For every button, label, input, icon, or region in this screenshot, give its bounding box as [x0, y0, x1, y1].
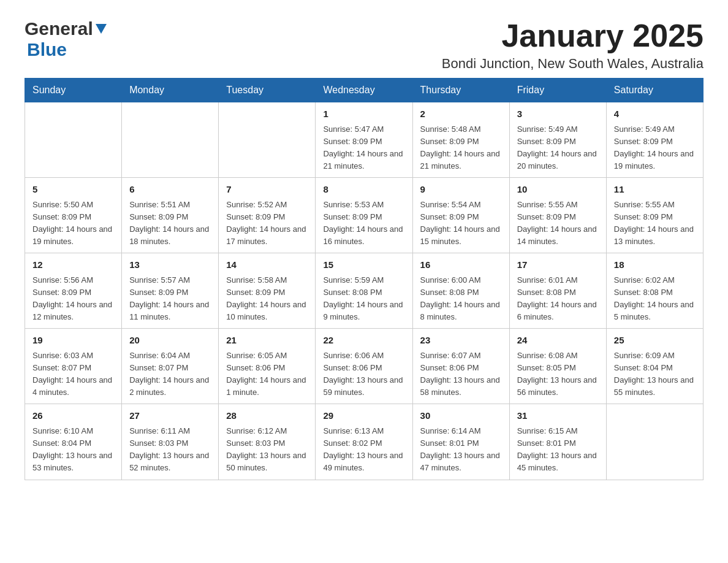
calendar-cell: 7Sunrise: 5:52 AM Sunset: 8:09 PM Daylig… — [219, 178, 316, 253]
calendar-cell: 30Sunrise: 6:14 AM Sunset: 8:01 PM Dayli… — [412, 404, 509, 480]
calendar-cell: 22Sunrise: 6:06 AM Sunset: 8:06 PM Dayli… — [316, 329, 412, 404]
day-info: Sunrise: 5:49 AM Sunset: 8:09 PM Dayligh… — [614, 123, 696, 173]
calendar-cell: 24Sunrise: 6:08 AM Sunset: 8:05 PM Dayli… — [509, 329, 606, 404]
day-info: Sunrise: 6:10 AM Sunset: 8:04 PM Dayligh… — [32, 425, 114, 475]
day-number: 28 — [226, 409, 308, 423]
calendar-cell: 17Sunrise: 6:01 AM Sunset: 8:08 PM Dayli… — [509, 253, 606, 329]
day-number: 20 — [129, 334, 211, 348]
day-number: 4 — [614, 107, 696, 121]
calendar-cell: 23Sunrise: 6:07 AM Sunset: 8:06 PM Dayli… — [412, 329, 509, 404]
day-info: Sunrise: 5:53 AM Sunset: 8:09 PM Dayligh… — [323, 199, 404, 248]
calendar-cell: 8Sunrise: 5:53 AM Sunset: 8:09 PM Daylig… — [316, 178, 412, 253]
calendar-cell: 2Sunrise: 5:48 AM Sunset: 8:09 PM Daylig… — [412, 102, 509, 178]
calendar-cell: 29Sunrise: 6:13 AM Sunset: 8:02 PM Dayli… — [316, 404, 412, 480]
day-number: 11 — [614, 183, 696, 197]
calendar-header-row: SundayMondayTuesdayWednesdayThursdayFrid… — [25, 79, 703, 102]
day-info: Sunrise: 6:13 AM Sunset: 8:02 PM Dayligh… — [323, 425, 404, 475]
column-header-tuesday: Tuesday — [219, 79, 316, 102]
day-info: Sunrise: 5:51 AM Sunset: 8:09 PM Dayligh… — [129, 199, 211, 248]
title-area: January 2025 Bondi Junction, New South W… — [442, 18, 703, 72]
column-header-thursday: Thursday — [412, 79, 509, 102]
calendar-cell: 27Sunrise: 6:11 AM Sunset: 8:03 PM Dayli… — [122, 404, 219, 480]
day-number: 17 — [517, 258, 599, 272]
day-number: 25 — [614, 334, 696, 348]
day-number: 16 — [420, 258, 502, 272]
calendar-week-row: 26Sunrise: 6:10 AM Sunset: 8:04 PM Dayli… — [25, 404, 703, 480]
calendar-cell: 3Sunrise: 5:49 AM Sunset: 8:09 PM Daylig… — [509, 102, 606, 178]
calendar-cell: 14Sunrise: 5:58 AM Sunset: 8:09 PM Dayli… — [219, 253, 316, 329]
day-number: 24 — [517, 334, 599, 348]
day-number: 3 — [517, 107, 599, 121]
day-info: Sunrise: 6:15 AM Sunset: 8:01 PM Dayligh… — [517, 425, 599, 475]
calendar-cell: 28Sunrise: 6:12 AM Sunset: 8:03 PM Dayli… — [219, 404, 316, 480]
calendar-cell — [606, 404, 703, 480]
page-header: General Blue January 2025 Bondi Junction… — [25, 18, 703, 72]
day-number: 1 — [323, 107, 404, 121]
calendar-week-row: 12Sunrise: 5:56 AM Sunset: 8:09 PM Dayli… — [25, 253, 703, 329]
calendar-week-row: 1Sunrise: 5:47 AM Sunset: 8:09 PM Daylig… — [25, 102, 703, 178]
calendar-cell: 21Sunrise: 6:05 AM Sunset: 8:06 PM Dayli… — [219, 329, 316, 404]
day-number: 14 — [226, 258, 308, 272]
logo-triangle-icon — [94, 21, 108, 35]
column-header-saturday: Saturday — [606, 79, 703, 102]
calendar-cell: 9Sunrise: 5:54 AM Sunset: 8:09 PM Daylig… — [412, 178, 509, 253]
calendar-cell: 16Sunrise: 6:00 AM Sunset: 8:08 PM Dayli… — [412, 253, 509, 329]
day-number: 8 — [323, 183, 404, 197]
day-number: 12 — [32, 258, 114, 272]
day-info: Sunrise: 6:12 AM Sunset: 8:03 PM Dayligh… — [226, 425, 308, 475]
day-info: Sunrise: 5:49 AM Sunset: 8:09 PM Dayligh… — [517, 123, 599, 173]
logo-blue-text: Blue — [27, 39, 67, 59]
day-info: Sunrise: 5:48 AM Sunset: 8:09 PM Dayligh… — [420, 123, 502, 173]
day-number: 9 — [420, 183, 502, 197]
day-number: 10 — [517, 183, 599, 197]
logo: General Blue — [25, 18, 108, 60]
column-header-wednesday: Wednesday — [316, 79, 412, 102]
calendar-cell: 19Sunrise: 6:03 AM Sunset: 8:07 PM Dayli… — [25, 329, 122, 404]
day-number: 27 — [129, 409, 211, 423]
day-number: 26 — [32, 409, 114, 423]
day-number: 22 — [323, 334, 404, 348]
day-info: Sunrise: 6:14 AM Sunset: 8:01 PM Dayligh… — [420, 425, 502, 475]
day-number: 13 — [129, 258, 211, 272]
svg-marker-0 — [96, 24, 107, 34]
day-info: Sunrise: 6:04 AM Sunset: 8:07 PM Dayligh… — [129, 350, 211, 399]
day-info: Sunrise: 5:47 AM Sunset: 8:09 PM Dayligh… — [323, 123, 404, 173]
calendar-week-row: 19Sunrise: 6:03 AM Sunset: 8:07 PM Dayli… — [25, 329, 703, 404]
calendar-cell — [25, 102, 122, 178]
calendar-cell: 26Sunrise: 6:10 AM Sunset: 8:04 PM Dayli… — [25, 404, 122, 480]
day-number: 21 — [226, 334, 308, 348]
day-info: Sunrise: 6:09 AM Sunset: 8:04 PM Dayligh… — [614, 350, 696, 399]
month-title: January 2025 — [442, 18, 703, 53]
day-info: Sunrise: 5:55 AM Sunset: 8:09 PM Dayligh… — [614, 199, 696, 248]
day-info: Sunrise: 6:08 AM Sunset: 8:05 PM Dayligh… — [517, 350, 599, 399]
day-info: Sunrise: 5:57 AM Sunset: 8:09 PM Dayligh… — [129, 274, 211, 324]
calendar-cell: 13Sunrise: 5:57 AM Sunset: 8:09 PM Dayli… — [122, 253, 219, 329]
day-info: Sunrise: 6:06 AM Sunset: 8:06 PM Dayligh… — [323, 350, 404, 399]
day-info: Sunrise: 6:07 AM Sunset: 8:06 PM Dayligh… — [420, 350, 502, 399]
day-info: Sunrise: 5:56 AM Sunset: 8:09 PM Dayligh… — [32, 274, 114, 324]
day-info: Sunrise: 5:54 AM Sunset: 8:09 PM Dayligh… — [420, 199, 502, 248]
day-number: 15 — [323, 258, 404, 272]
day-number: 29 — [323, 409, 404, 423]
column-header-sunday: Sunday — [25, 79, 122, 102]
day-info: Sunrise: 6:02 AM Sunset: 8:08 PM Dayligh… — [614, 274, 696, 324]
calendar-cell — [219, 102, 316, 178]
calendar-cell: 1Sunrise: 5:47 AM Sunset: 8:09 PM Daylig… — [316, 102, 412, 178]
calendar-cell: 10Sunrise: 5:55 AM Sunset: 8:09 PM Dayli… — [509, 178, 606, 253]
calendar-cell: 12Sunrise: 5:56 AM Sunset: 8:09 PM Dayli… — [25, 253, 122, 329]
day-info: Sunrise: 6:05 AM Sunset: 8:06 PM Dayligh… — [226, 350, 308, 399]
calendar-table: SundayMondayTuesdayWednesdayThursdayFrid… — [25, 78, 703, 480]
day-info: Sunrise: 6:00 AM Sunset: 8:08 PM Dayligh… — [420, 274, 502, 324]
day-number: 5 — [32, 183, 114, 197]
calendar-cell: 4Sunrise: 5:49 AM Sunset: 8:09 PM Daylig… — [606, 102, 703, 178]
location-title: Bondi Junction, New South Wales, Austral… — [442, 56, 703, 72]
day-info: Sunrise: 5:59 AM Sunset: 8:08 PM Dayligh… — [323, 274, 404, 324]
day-info: Sunrise: 5:50 AM Sunset: 8:09 PM Dayligh… — [32, 199, 114, 248]
calendar-cell: 25Sunrise: 6:09 AM Sunset: 8:04 PM Dayli… — [606, 329, 703, 404]
calendar-cell: 20Sunrise: 6:04 AM Sunset: 8:07 PM Dayli… — [122, 329, 219, 404]
day-number: 31 — [517, 409, 599, 423]
calendar-cell: 18Sunrise: 6:02 AM Sunset: 8:08 PM Dayli… — [606, 253, 703, 329]
day-number: 19 — [32, 334, 114, 348]
column-header-monday: Monday — [122, 79, 219, 102]
day-number: 23 — [420, 334, 502, 348]
